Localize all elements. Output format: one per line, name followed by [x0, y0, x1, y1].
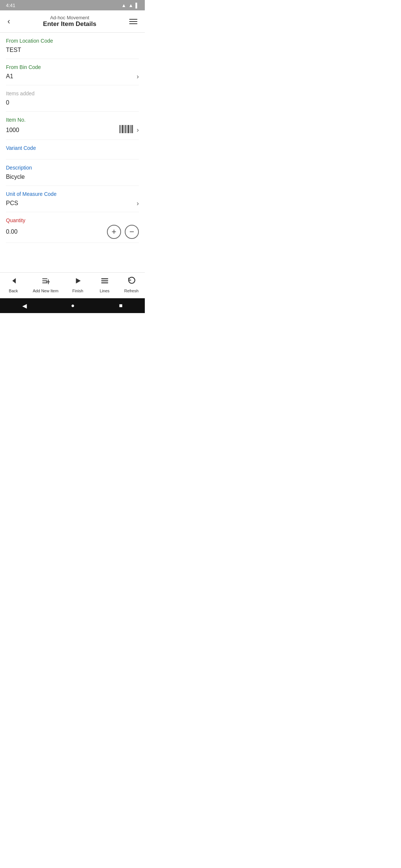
unit-of-measure-row[interactable]: PCS ›	[6, 198, 139, 208]
svg-marker-16	[76, 278, 81, 283]
description-label: Description	[6, 165, 139, 171]
svg-rect-2	[122, 125, 123, 133]
svg-rect-0	[120, 125, 120, 133]
menu-line-1	[129, 19, 137, 20]
lines-icon	[101, 277, 109, 287]
nav-refresh-label: Refresh	[124, 289, 139, 293]
variant-code-label: Variant Code	[6, 145, 139, 151]
nav-lines-button[interactable]: Lines	[94, 275, 116, 295]
variant-code-section[interactable]: Variant Code	[6, 140, 139, 160]
from-bin-code-section[interactable]: From Bin Code A1 ›	[6, 59, 139, 85]
svg-rect-8	[131, 125, 131, 133]
add-new-item-icon	[42, 277, 50, 287]
unit-of-measure-chevron: ›	[137, 200, 139, 207]
variant-code-row[interactable]	[6, 152, 139, 155]
refresh-icon	[127, 277, 136, 287]
nav-finish-button[interactable]: Finish	[67, 275, 89, 295]
back-nav-icon	[9, 277, 17, 287]
from-location-code-row: TEST	[6, 45, 139, 55]
signal-icon: ▲	[128, 3, 133, 8]
from-location-code-label: From Location Code	[6, 38, 139, 44]
status-icons: ▲ ▲ ▌	[121, 3, 139, 8]
nav-back-label: Back	[9, 289, 18, 293]
unit-of-measure-section[interactable]: Unit of Measure Code PCS ›	[6, 186, 139, 212]
from-bin-code-label: From Bin Code	[6, 64, 139, 70]
header: ‹ Ad-hoc Movement Enter Item Details	[0, 10, 145, 33]
quantity-value: 0.00	[6, 227, 17, 237]
header-subtitle: Ad-hoc Movement	[12, 15, 128, 20]
from-bin-code-row[interactable]: A1 ›	[6, 72, 139, 81]
nav-add-new-item-label: Add New Item	[33, 289, 58, 293]
android-back-button[interactable]: ◀	[15, 300, 34, 312]
quantity-decrement-button[interactable]: −	[125, 225, 139, 239]
svg-rect-6	[128, 125, 129, 133]
items-added-value: 0	[6, 98, 9, 108]
status-bar: 4:41 ▲ ▲ ▌	[0, 0, 145, 10]
quantity-increment-button[interactable]: +	[107, 225, 121, 239]
description-section: Description Bicycle	[6, 160, 139, 186]
time-display: 4:41	[6, 3, 15, 8]
from-bin-code-value: A1	[6, 72, 13, 81]
wifi-icon: ▲	[121, 3, 126, 8]
android-nav-bar: ◀ ● ■	[0, 298, 145, 313]
menu-line-2	[129, 21, 137, 22]
back-button[interactable]: ‹	[6, 15, 12, 28]
items-added-row: 0	[6, 98, 139, 108]
svg-rect-1	[121, 125, 121, 133]
quantity-section: Quantity 0.00 + −	[6, 212, 139, 243]
bottom-nav: Back Add New Item Finish	[0, 272, 145, 298]
quantity-row: 0.00 + −	[6, 225, 139, 239]
svg-rect-4	[125, 125, 126, 133]
nav-refresh-button[interactable]: Refresh	[120, 275, 143, 295]
svg-rect-9	[132, 125, 133, 133]
svg-marker-10	[12, 278, 16, 283]
from-bin-code-chevron: ›	[137, 73, 139, 80]
menu-button[interactable]	[128, 17, 139, 26]
content-area: From Location Code TEST From Bin Code A1…	[0, 33, 145, 272]
finish-icon	[74, 277, 82, 287]
item-no-icons: ›	[120, 124, 139, 136]
description-row: Bicycle	[6, 172, 139, 182]
svg-rect-5	[127, 125, 127, 133]
from-location-code-section: From Location Code TEST	[6, 33, 139, 59]
barcode-icon[interactable]	[120, 124, 133, 136]
menu-line-3	[129, 23, 137, 24]
nav-lines-label: Lines	[100, 289, 110, 293]
nav-back-button[interactable]: Back	[2, 275, 25, 295]
item-no-row[interactable]: 1000 ›	[6, 124, 139, 136]
svg-rect-7	[130, 125, 130, 133]
nav-add-new-item-button[interactable]: Add New Item	[29, 275, 62, 295]
status-time: 4:41	[6, 3, 15, 8]
items-added-label: Items added	[6, 91, 139, 96]
item-no-label: Item No.	[6, 117, 139, 123]
from-location-code-value: TEST	[6, 45, 21, 55]
items-added-section: Items added 0	[6, 85, 139, 112]
unit-of-measure-label: Unit of Measure Code	[6, 191, 139, 197]
quantity-label: Quantity	[6, 217, 139, 223]
item-no-value: 1000	[6, 125, 19, 135]
item-no-section[interactable]: Item No. 1000	[6, 112, 139, 140]
item-no-chevron: ›	[137, 126, 139, 134]
quantity-controls: + −	[107, 225, 139, 239]
nav-finish-label: Finish	[72, 289, 83, 293]
unit-of-measure-value: PCS	[6, 198, 18, 208]
android-home-button[interactable]: ●	[63, 300, 82, 311]
header-main-title: Enter Item Details	[12, 20, 128, 28]
svg-rect-3	[124, 125, 124, 133]
android-recents-button[interactable]: ■	[112, 300, 130, 311]
description-value: Bicycle	[6, 172, 25, 182]
battery-icon: ▌	[136, 3, 139, 8]
header-title-block: Ad-hoc Movement Enter Item Details	[12, 15, 128, 28]
